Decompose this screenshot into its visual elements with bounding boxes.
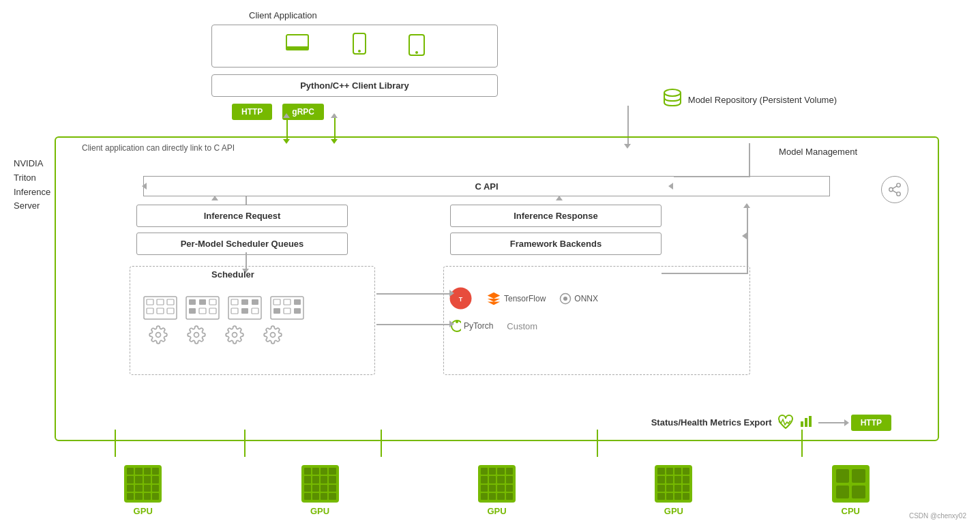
svg-rect-24 [199, 308, 206, 314]
svg-rect-17 [157, 308, 164, 314]
svg-rect-15 [167, 299, 174, 305]
cpu-chip: CPU [832, 465, 870, 516]
gear-3 [225, 325, 244, 344]
svg-point-43 [271, 333, 276, 338]
svg-point-8 [889, 188, 893, 192]
svg-rect-32 [252, 308, 258, 314]
gear-4 [263, 325, 282, 344]
metrics-label: Status/Health Metrics Export [651, 417, 772, 428]
svg-rect-52 [809, 416, 812, 427]
arrow-up-grpc [331, 113, 338, 118]
framework-backends-box: Framework Backends [450, 233, 662, 255]
svg-rect-31 [241, 308, 248, 314]
phone-icon [352, 32, 367, 60]
cpu-grid [832, 465, 870, 503]
svg-rect-21 [199, 299, 206, 305]
svg-rect-20 [189, 299, 196, 305]
svg-point-7 [897, 183, 901, 188]
gpu-label-3: GPU [487, 506, 506, 516]
model-repo-label: Model Repository (Persistent Volume) [688, 95, 837, 105]
inference-request-container: Inference Request Per-Model Scheduler Qu… [136, 205, 348, 255]
svg-rect-29 [252, 299, 258, 305]
scheduler-queues-box: Per-Model Scheduler Queues [136, 233, 348, 255]
inference-response-container: Inference Response Framework Backends [450, 205, 662, 255]
scheduler-grid-4 [270, 296, 304, 320]
gpu-chip-1: GPU [124, 465, 162, 516]
model-mgmt-label: Model Management [779, 147, 857, 157]
cpu-line [801, 430, 803, 457]
scheduler-to-backend-h [376, 293, 451, 295]
gpu1-line [115, 430, 116, 457]
backends-right-h [662, 273, 748, 274]
svg-line-10 [893, 190, 897, 193]
svg-rect-16 [147, 308, 153, 314]
diagram-container: Client Application [0, 0, 980, 523]
http-button[interactable]: HTTP [232, 104, 272, 120]
gpu-label-4: GPU [664, 506, 683, 516]
laptop-icon [284, 33, 311, 59]
svg-point-9 [897, 192, 901, 196]
svg-rect-23 [189, 308, 196, 314]
req-arrowhead-up [211, 196, 218, 200]
svg-rect-38 [284, 308, 291, 314]
gpu2-line [244, 430, 246, 457]
svg-rect-34 [273, 299, 280, 305]
gear-1 [149, 325, 168, 344]
svg-rect-51 [805, 418, 807, 427]
gpu-grid-3 [478, 465, 516, 503]
svg-rect-18 [167, 308, 174, 314]
gear-2 [187, 325, 206, 344]
share-icon [881, 176, 908, 203]
custom-backend: Custom [507, 320, 537, 332]
model-repo: Model Repository (Persistent Volume) [662, 87, 837, 113]
scheduler-backend-arrowhead-1 [449, 290, 454, 297]
c-api-note: Client application can directly link to … [82, 143, 235, 153]
svg-rect-39 [294, 308, 301, 314]
svg-point-41 [194, 333, 199, 338]
svg-rect-30 [231, 308, 238, 314]
metrics-export: Status/Health Metrics Export HTTP [651, 414, 891, 431]
gpu-label-2: GPU [310, 506, 329, 516]
heart-icon [777, 414, 794, 431]
svg-text:T: T [459, 296, 463, 303]
client-lib-box: Python/C++ Client Library [211, 74, 498, 97]
svg-point-42 [233, 333, 237, 338]
svg-rect-22 [209, 299, 216, 305]
svg-rect-37 [273, 308, 280, 314]
svg-rect-28 [241, 299, 248, 305]
metrics-http-button[interactable]: HTTP [851, 415, 891, 431]
nvidia-label: NVIDIA Triton Inference Server [14, 157, 50, 213]
svg-rect-14 [157, 299, 164, 305]
client-app-box [211, 25, 498, 68]
watermark: CSDN @chenxy02 [909, 512, 966, 520]
svg-point-49 [456, 320, 458, 323]
share-v-line [749, 143, 750, 176]
tensorflow-logo: TensorFlow [486, 291, 546, 306]
scheduler-icons-container [136, 278, 375, 344]
scheduler-grid-2 [185, 296, 220, 320]
c-api-right-arrow [668, 183, 673, 190]
bottom-chips: GPU GPU GPU [55, 465, 939, 516]
scheduler-backend-arrowhead-2 [449, 320, 454, 327]
svg-rect-27 [231, 299, 238, 305]
gpu-chip-4: GPU [655, 465, 692, 516]
pytorch-logo: PyTorch [449, 318, 493, 333]
arrow-up-http [283, 113, 290, 118]
inference-response-box: Inference Response [450, 205, 662, 227]
c-api-left-arrow [142, 183, 147, 190]
svg-point-6 [664, 89, 681, 96]
onnx-logo: ONNX [559, 293, 598, 305]
svg-point-5 [415, 51, 418, 54]
gpu-label-1: GPU [134, 506, 153, 516]
svg-rect-25 [209, 308, 216, 314]
svg-line-11 [893, 186, 897, 189]
bar-chart-icon [799, 415, 813, 430]
cpu-label: CPU [842, 506, 860, 516]
svg-rect-13 [147, 299, 153, 305]
tablet-icon [408, 33, 426, 59]
gpu-chip-2: GPU [301, 465, 339, 516]
client-app-section: Client Application [211, 10, 498, 120]
protocol-row: HTTP gRPC [211, 104, 498, 120]
c-api-bar: C API [143, 176, 830, 196]
svg-point-47 [563, 297, 567, 301]
